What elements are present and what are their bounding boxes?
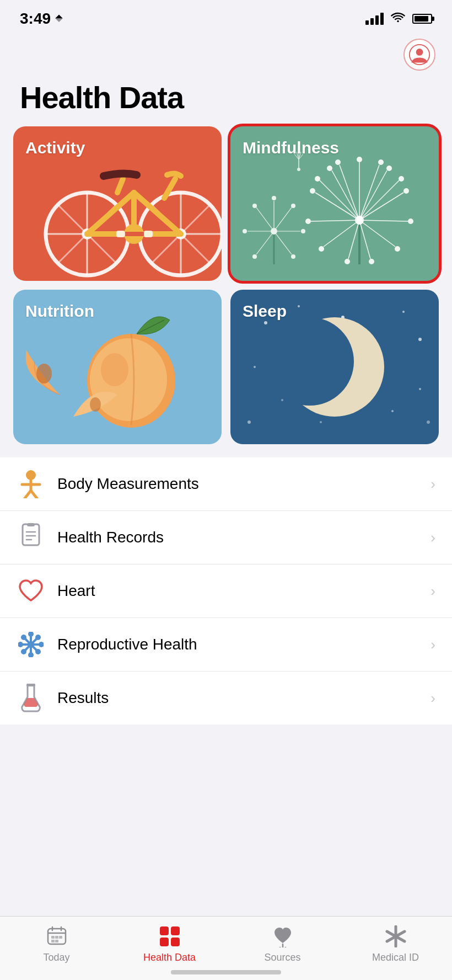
svg-line-74 [274, 231, 292, 254]
svg-point-132 [35, 649, 41, 654]
svg-point-55 [310, 188, 315, 194]
svg-point-77 [252, 254, 257, 259]
svg-point-107 [391, 410, 394, 412]
status-time: 3:49 [20, 10, 64, 28]
svg-line-13 [87, 234, 116, 263]
chevron-icon: › [431, 636, 435, 653]
svg-point-128 [39, 642, 44, 647]
svg-line-52 [311, 220, 359, 221]
svg-line-22 [152, 234, 181, 263]
svg-point-125 [28, 632, 34, 637]
svg-rect-33 [116, 231, 125, 237]
svg-line-44 [359, 220, 395, 247]
sleep-card[interactable]: Sleep [230, 290, 439, 444]
svg-point-129 [21, 635, 26, 640]
tab-today[interactable]: Today [0, 924, 113, 963]
results-icon [17, 684, 45, 712]
svg-line-12 [58, 234, 87, 263]
status-icons [365, 11, 432, 26]
svg-point-51 [319, 246, 324, 252]
svg-point-57 [327, 166, 332, 171]
chevron-icon: › [431, 476, 435, 493]
tab-health-data[interactable]: Health Data [113, 924, 226, 963]
svg-line-114 [25, 491, 31, 498]
chevron-icon: › [431, 583, 435, 600]
mindfulness-card[interactable]: Mindfulness [230, 126, 439, 281]
reproductive-health-item[interactable]: Reproductive Health › [0, 618, 452, 672]
svg-line-60 [340, 165, 359, 220]
svg-rect-140 [55, 936, 58, 939]
svg-rect-144 [160, 926, 169, 935]
svg-rect-139 [51, 936, 55, 939]
activity-card[interactable]: Activity [13, 126, 222, 281]
results-item[interactable]: Results › [0, 672, 452, 725]
svg-point-3 [416, 49, 423, 56]
svg-rect-146 [160, 938, 169, 946]
svg-rect-141 [59, 936, 62, 939]
medical-id-icon [384, 924, 408, 949]
svg-line-56 [332, 171, 359, 220]
svg-point-49 [345, 259, 350, 264]
profile-button[interactable] [403, 39, 435, 71]
svg-rect-142 [51, 940, 55, 942]
svg-rect-143 [55, 940, 58, 942]
svg-point-104 [320, 421, 322, 423]
svg-point-111 [26, 470, 36, 480]
profile-icon [408, 44, 431, 66]
svg-point-66 [355, 216, 364, 225]
svg-point-97 [298, 305, 300, 307]
health-records-icon [17, 523, 45, 552]
svg-line-29 [117, 179, 123, 193]
svg-point-102 [281, 399, 283, 401]
svg-line-115 [31, 491, 37, 498]
svg-point-41 [403, 188, 409, 194]
svg-point-133 [28, 641, 34, 648]
svg-point-126 [28, 652, 34, 657]
svg-point-96 [264, 321, 267, 324]
svg-point-131 [21, 649, 26, 654]
svg-point-73 [301, 229, 305, 233]
svg-line-40 [359, 193, 403, 220]
svg-line-38 [359, 171, 387, 220]
nutrition-card[interactable]: Nutrition [13, 290, 222, 444]
svg-point-99 [402, 311, 405, 313]
svg-line-64 [320, 180, 359, 220]
svg-line-42 [359, 220, 408, 221]
svg-point-127 [18, 642, 23, 647]
chevron-icon: › [431, 690, 435, 707]
svg-point-106 [427, 420, 430, 424]
svg-rect-145 [171, 926, 180, 935]
svg-line-70 [274, 207, 292, 231]
heart-icon [17, 577, 45, 605]
health-data-icon [158, 924, 182, 949]
signal-strength-icon [365, 13, 384, 25]
svg-line-48 [348, 220, 359, 259]
svg-line-80 [256, 207, 274, 231]
svg-line-54 [315, 193, 359, 220]
svg-point-82 [271, 228, 277, 235]
tab-medical-id[interactable]: Medical ID [339, 924, 452, 963]
svg-rect-34 [144, 231, 153, 237]
svg-line-62 [359, 180, 399, 220]
svg-marker-0 [55, 15, 63, 19]
health-records-item[interactable]: Health Records › [0, 511, 452, 564]
tab-sources[interactable]: Sources [226, 924, 339, 963]
svg-line-76 [256, 231, 274, 254]
svg-point-45 [395, 246, 400, 252]
profile-area [0, 33, 452, 71]
svg-rect-147 [171, 938, 180, 946]
battery-icon [412, 14, 432, 24]
svg-point-95 [90, 397, 101, 412]
heart-item[interactable]: Heart › [0, 564, 452, 618]
svg-point-71 [291, 204, 295, 208]
svg-point-103 [247, 420, 251, 424]
svg-point-43 [408, 219, 413, 224]
svg-line-50 [324, 220, 359, 247]
svg-point-65 [315, 176, 320, 182]
home-indicator [171, 970, 281, 974]
svg-point-105 [419, 388, 421, 390]
body-measurements-item[interactable]: Body Measurements › [0, 457, 452, 511]
svg-point-53 [305, 219, 311, 224]
svg-rect-134 [26, 684, 35, 686]
svg-line-21 [181, 205, 210, 234]
